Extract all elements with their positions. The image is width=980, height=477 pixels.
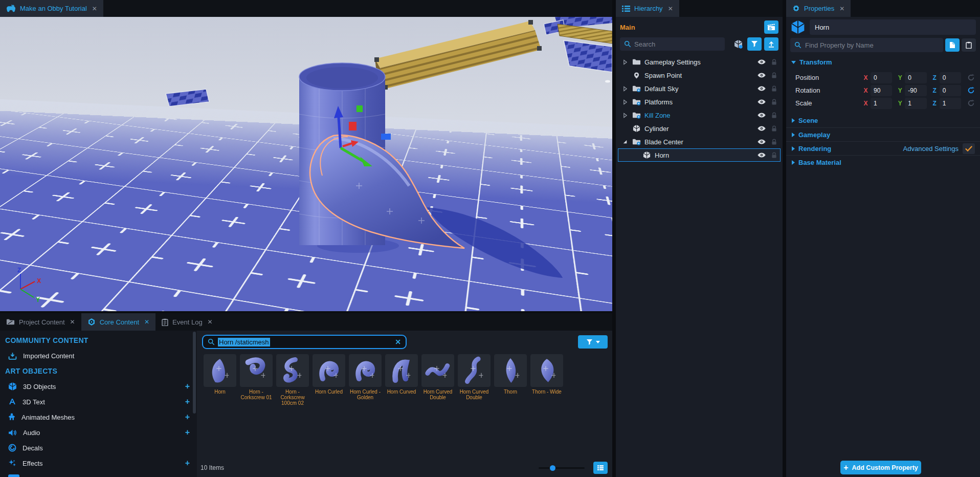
add-icon[interactable]: + bbox=[185, 459, 190, 468]
advanced-settings-label[interactable]: Advanced Settings bbox=[903, 145, 959, 153]
close-icon[interactable]: ✕ bbox=[70, 318, 75, 326]
expand-icon[interactable] bbox=[621, 86, 629, 92]
sidebar-item-imported-content[interactable]: Imported Content bbox=[0, 348, 197, 363]
asset-horn-corkscrew-01[interactable]: Horn - Corkscrew 01 bbox=[240, 354, 273, 407]
asset-horn-curled-golden[interactable]: Horn Curled - Golden bbox=[349, 354, 382, 407]
asset-horn-curved-double[interactable]: Horn Curved Double bbox=[458, 354, 491, 407]
visibility-eye-icon[interactable] bbox=[756, 139, 767, 145]
scale-z-input[interactable]: 1 bbox=[940, 98, 961, 109]
add-custom-property-button[interactable]: + Add Custom Property bbox=[840, 461, 921, 474]
sidebar-scrollbar[interactable] bbox=[193, 332, 196, 414]
add-icon[interactable]: + bbox=[185, 428, 190, 437]
close-icon[interactable]: ✕ bbox=[144, 318, 149, 326]
sidebar-item-decals[interactable]: Decals bbox=[0, 440, 197, 456]
lock-icon[interactable] bbox=[770, 72, 778, 79]
asset-horn-curved-double[interactable]: Horn Curved Double bbox=[421, 354, 454, 407]
sidebar-item-3d-text[interactable]: 3D Text + bbox=[0, 394, 197, 409]
lock-icon[interactable] bbox=[770, 152, 778, 159]
lock-icon[interactable] bbox=[770, 125, 778, 132]
expand-icon[interactable] bbox=[621, 99, 629, 105]
distant-platform[interactable] bbox=[166, 89, 209, 106]
hierarchy-item-kill-zone[interactable]: Kill Zone bbox=[618, 109, 781, 122]
section-rendering[interactable]: Rendering Advanced Settings bbox=[786, 141, 980, 155]
add-icon[interactable]: + bbox=[185, 397, 190, 406]
asset-horn-curled[interactable]: Horn Curled bbox=[313, 354, 345, 407]
visibility-eye-icon[interactable] bbox=[756, 152, 767, 158]
rotation-y-input[interactable]: -90 bbox=[905, 85, 926, 96]
hierarchy-item-platforms[interactable]: Platforms bbox=[618, 95, 781, 109]
asset-thorn-wide[interactable]: Thorn - Wide bbox=[530, 354, 563, 407]
rotation-x-input[interactable]: 90 bbox=[871, 85, 892, 96]
hierarchy-item-blade-center[interactable]: Blade Center bbox=[618, 135, 781, 148]
close-icon[interactable]: ✕ bbox=[668, 5, 673, 12]
cinematic-button[interactable] bbox=[764, 20, 778, 34]
add-icon[interactable]: + bbox=[185, 382, 190, 391]
section-transform[interactable]: Transform bbox=[786, 55, 980, 69]
property-search-input[interactable]: Find Property by Name bbox=[790, 38, 943, 52]
group-mode-icon[interactable] bbox=[731, 39, 745, 49]
clear-search-icon[interactable]: ✕ bbox=[395, 338, 401, 346]
copy-properties-button[interactable] bbox=[945, 38, 960, 52]
list-view-button[interactable] bbox=[593, 462, 608, 474]
asset-thorn[interactable]: Thorn bbox=[494, 354, 527, 407]
position-z-input[interactable]: 0 bbox=[940, 72, 961, 83]
asset-horn-corkscrew-100cm-02[interactable]: Horn - Corkscrew 100cm 02 bbox=[276, 354, 309, 407]
paste-properties-button[interactable] bbox=[962, 38, 976, 52]
content-search-input[interactable]: Horn /staticmesh ✕ bbox=[202, 335, 407, 349]
hierarchy-search-input[interactable]: Search bbox=[620, 37, 725, 51]
position-y-input[interactable]: 0 bbox=[905, 72, 926, 83]
expand-icon[interactable] bbox=[621, 59, 629, 65]
hierarchy-item-cylinder[interactable]: Cylinder bbox=[618, 122, 781, 135]
hierarchy-item-gameplay-settings[interactable]: Gameplay Settings bbox=[618, 55, 781, 69]
lock-icon[interactable] bbox=[770, 85, 778, 92]
advanced-settings-checkbox[interactable] bbox=[963, 143, 975, 154]
sidebar-item-animated-meshes[interactable]: Animated Meshes + bbox=[0, 409, 197, 425]
visibility-eye-icon[interactable] bbox=[756, 112, 767, 118]
close-icon[interactable]: ✕ bbox=[92, 5, 97, 12]
object-name-input[interactable]: Horn bbox=[810, 19, 976, 35]
tab-project-content[interactable]: Project Content ✕ bbox=[0, 313, 81, 331]
position-x-input[interactable]: 0 bbox=[871, 72, 892, 83]
sidebar-item-audio[interactable]: Audio + bbox=[0, 425, 197, 440]
lock-icon[interactable] bbox=[770, 99, 778, 105]
viewport-3d[interactable]: Z X Y bbox=[0, 17, 612, 311]
collapse-all-button[interactable] bbox=[764, 37, 778, 51]
filter-button[interactable] bbox=[747, 37, 762, 51]
collapse-icon[interactable] bbox=[621, 139, 629, 144]
hierarchy-tab[interactable]: Hierarchy ✕ bbox=[616, 0, 679, 17]
lock-icon[interactable] bbox=[770, 112, 778, 119]
tab-event-log[interactable]: Event Log ✕ bbox=[155, 313, 219, 331]
content-filter-button[interactable] bbox=[578, 335, 608, 349]
tab-core-content[interactable]: Core Content ✕ bbox=[81, 313, 155, 331]
distant-platforms-topright[interactable] bbox=[544, 17, 612, 72]
thumbnail-size-slider[interactable] bbox=[539, 467, 585, 469]
section-gameplay[interactable]: Gameplay bbox=[786, 127, 980, 141]
sidebar-item-3d-objects[interactable]: 3D Objects + bbox=[0, 379, 197, 394]
scale-x-input[interactable]: 1 bbox=[871, 98, 892, 109]
reset-icon[interactable] bbox=[967, 99, 976, 107]
rotation-z-input[interactable]: 0 bbox=[940, 85, 961, 96]
visibility-eye-icon[interactable] bbox=[756, 125, 767, 132]
visibility-eye-icon[interactable] bbox=[756, 72, 767, 78]
properties-tab[interactable]: Properties ✕ bbox=[786, 0, 851, 17]
asset-horn[interactable]: Horn bbox=[204, 354, 236, 407]
hierarchy-item-default-sky[interactable]: Default Sky bbox=[618, 82, 781, 95]
close-icon[interactable]: ✕ bbox=[839, 5, 844, 12]
hierarchy-item-horn[interactable]: Horn bbox=[618, 148, 781, 162]
reset-icon[interactable] bbox=[967, 74, 976, 81]
section-scene[interactable]: Scene bbox=[786, 114, 980, 127]
expand-icon[interactable] bbox=[621, 113, 629, 118]
sidebar-item-effects[interactable]: Effects + bbox=[0, 456, 197, 471]
scene-tab[interactable]: Make an Obby Tutorial ✕ bbox=[0, 0, 103, 17]
visibility-eye-icon[interactable] bbox=[756, 59, 767, 65]
hierarchy-item-spawn-point[interactable]: Spawn Point bbox=[618, 69, 781, 82]
asset-horn-curved[interactable]: Horn Curved bbox=[385, 354, 418, 407]
visibility-eye-icon[interactable] bbox=[756, 99, 767, 105]
golden-crate[interactable] bbox=[374, 20, 542, 90]
section-base-material[interactable]: Base Material bbox=[786, 155, 980, 169]
visibility-eye-icon[interactable] bbox=[756, 85, 767, 92]
close-icon[interactable]: ✕ bbox=[208, 318, 213, 326]
lock-icon[interactable] bbox=[770, 139, 778, 145]
lock-icon[interactable] bbox=[770, 59, 778, 66]
add-icon[interactable]: + bbox=[185, 413, 190, 422]
